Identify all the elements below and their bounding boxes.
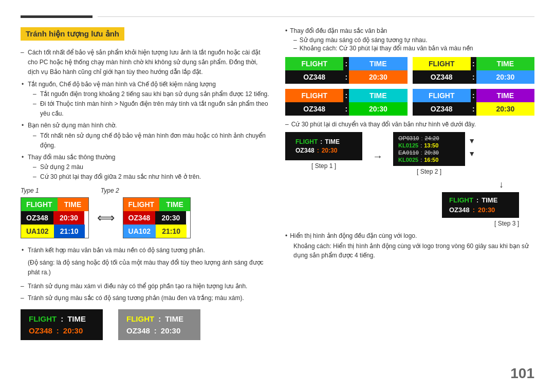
bullet-1: Tắt nguồn, Chế độ bảo vệ màn hình và Chế… [28,80,270,119]
rb2-time: TIME [476,57,534,70]
final-bullets: Hiển thị hình ảnh động đều đặn cùng với … [285,232,534,260]
step1-col: FLIGHT : TIME OZ348 : 20:30 [285,132,362,170]
sub-1-2: Đi tới Thuộc tính màn hình > Nguồn điện … [40,99,270,119]
rule-dark [21,15,92,18]
section-title: Tránh hiện tượng lưu ảnh [21,27,124,41]
final-note: Khoảng cách: Hiển thị hình ảnh động cùng… [293,241,534,260]
gray-title-flight: FLIGHT [126,314,154,323]
rb2-oz: OZ348 [413,70,471,84]
black-title-flight: FLIGHT [29,314,57,323]
right-board-3: FLIGHT : TIME OZ348 : 20:30 [285,89,408,116]
rb3-oz: OZ348 [285,102,343,116]
right-board-1: FLIGHT : TIME OZ348 : 20:30 [285,57,408,84]
right-board-2: FLIGHT : TIME OZ348 : 20:30 [413,57,535,84]
contrast-warning: Tránh sử dụng màu sắc có độ sáng tương p… [28,293,270,303]
left-column: Tránh hiện tượng lưu ảnh Cách tốt nhất đ… [21,27,270,382]
step2-board: OP0310 : 24:20 KL0125 : 13:50 [393,132,465,166]
bullet-2: Bạn nên sử dụng màn hình chờ. Tốt nhất n… [28,121,270,151]
gray-value-oz: OZ348 [126,326,150,335]
right-board-4: FLIGHT : TIME OZ348 : 20:30 [413,89,535,116]
gray-warning: Tránh sử dụng màu xám vì điều này có thể… [28,282,270,291]
contrast-bullet: Tránh kết hợp màu văn bản và màu nền có … [28,246,270,255]
t2-2110: 21:10 [156,225,187,238]
steps-row-1-2: FLIGHT : TIME OZ348 : 20:30 [285,132,534,175]
gray-board-title: FLIGHT : TIME [126,314,192,323]
flight-board-type1: FLIGHT TIME OZ348 20:30 UA102 21:10 [21,197,89,238]
type2-label: Type 2 [101,187,119,194]
black-value-time: 20:30 [63,326,83,335]
rb4-flight: FLIGHT [413,89,471,102]
rb1-oz: OZ348 [285,70,343,84]
t1-2110: 21:10 [54,225,85,238]
rb4-time: TIME [476,89,534,102]
boards-row: FLIGHT TIME OZ348 20:30 UA102 21:10 ⟺ [21,197,270,238]
rb3-flight: FLIGHT [285,89,343,102]
final-bullet1: Hiển thị hình ảnh động đều đặn cùng với … [285,232,534,239]
step3-board: FLIGHT : TIME OZ348 : 20:30 [442,192,519,218]
gray-board-value: OZ348 : 20:30 [126,326,192,335]
black-board-title: FLIGHT : TIME [29,314,95,323]
bottom-boards-row: FLIGHT : TIME OZ348 : 20:30 FLIGHT : [21,309,270,340]
sub-3-2: Cứ 30 phút lại thay đổi giữa 2 màu sắc n… [40,172,270,182]
step1-label: [ Step 1 ] [311,162,336,170]
step1-board: FLIGHT : TIME OZ348 : 20:30 [285,132,362,160]
steps-section: FLIGHT : TIME OZ348 : 20:30 [285,132,534,260]
rb4-oz: OZ348 [413,102,471,116]
contrast-note: (Độ sáng: là độ sáng hoặc độ tối của một… [28,258,270,277]
t2-2030: 20:30 [155,211,186,225]
page-number: 101 [510,365,534,382]
rb1-time-val: 20:30 [349,70,407,84]
right-bullet1: Thay đổi đều đặn màu sắc văn bản [285,27,534,34]
rb2-time-val: 20:30 [476,70,534,84]
step-arrow-1-2: → [373,151,383,162]
rb3-time: TIME [349,89,407,102]
black-board-value: OZ348 : 20:30 [29,326,95,335]
bullet-3: Thay đổi màu sắc thông thường Sử dụng 2 … [28,153,270,182]
t2-flight-label: FLIGHT [123,198,160,211]
type1-label: Type 1 [21,187,39,194]
sub-2-1: Tốt nhất nên sử dụng chế độ bảo vệ màn h… [40,131,270,151]
t1-time-label: TIME [58,198,88,211]
top-rule [21,15,534,18]
main-content: Tránh hiện tượng lưu ảnh Cách tốt nhất đ… [21,27,534,382]
t2-time-label: TIME [159,198,190,211]
rb1-flight: FLIGHT [285,57,343,70]
rb1-time: TIME [349,57,407,70]
step2-board-wrap: OP0310 : 24:20 KL0125 : 13:50 [393,132,465,166]
t1-flight-label: FLIGHT [21,198,58,211]
right-dash-step: Cứ 30 phút lại di chuyển và thay đổi văn… [285,121,534,128]
t2-ua102: UA102 [123,225,156,238]
down-arrow-step3: ↓ [285,179,504,190]
black-value-oz: OZ348 [29,326,52,335]
t2-oz348: OZ348 [123,211,156,225]
scroll-arrows: ▼▼ [468,135,475,160]
rb4-time-val: 20:30 [476,102,534,116]
bottom-board-black: FLIGHT : TIME OZ348 : 20:30 [21,309,103,340]
flight-board-type2: FLIGHT TIME OZ348 20:30 UA102 21:10 [123,197,191,238]
right-boards-grid: FLIGHT : TIME OZ348 : 20:30 FLIGHT : [285,57,534,116]
step3-col: FLIGHT : TIME OZ348 : 20:30 [ Step 3 ] [285,192,519,227]
rb3-time-val: 20:30 [349,102,407,116]
black-title-colon: : [61,314,63,323]
right-column: Thay đổi đều đặn màu sắc văn bản Sử dụng… [285,27,534,382]
black-title-time: TIME [67,314,86,323]
page-container: Tránh hiện tượng lưu ảnh Cách tốt nhất đ… [0,0,555,392]
right-sub1: Sử dụng màu sáng có độ sáng tương tự nha… [293,36,534,44]
right-sub2: Khoảng cách: Cứ 30 phút lại thay đổi màu… [293,45,534,52]
intro-text: Cách tốt nhất để bảo vệ sản phẩm khỏi hi… [28,48,270,78]
bottom-board-gray: FLIGHT : TIME OZ348 : 20:30 [118,309,200,340]
t1-oz348: OZ348 [21,211,53,225]
swap-arrow: ⟺ [97,211,115,225]
step3-label: [ Step 3 ] [494,220,519,227]
sub-1-1: Tắt nguồn điện trong khoảng 2 tiếng sau … [40,89,270,99]
rb2-flight: FLIGHT [413,57,471,70]
t1-ua102: UA102 [21,225,54,238]
sub-3-1: Sử dụng 2 màu [40,162,270,172]
step2-col: OP0310 : 24:20 KL0125 : 13:50 [393,132,465,175]
gray-value-time: 20:30 [161,326,180,335]
type-labels-row: Type 1 Type 2 [21,187,270,194]
t1-2030: 20:30 [53,211,84,225]
step2-label: [ Step 2 ] [417,168,441,175]
rule-light [98,16,534,17]
